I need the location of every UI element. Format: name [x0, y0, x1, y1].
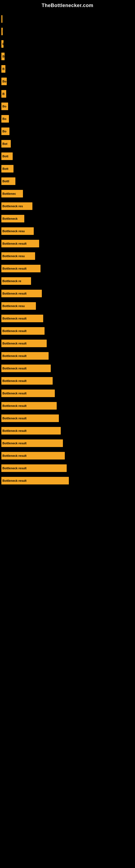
bar-label: Bo [2, 130, 6, 133]
bar-row: B [0, 53, 135, 60]
bar-label: Bottleneck result [2, 342, 27, 345]
bar-label: Bottleneck [2, 217, 17, 220]
bar-label: Bottl [2, 180, 9, 183]
bar-item: Bottleneck res [1, 203, 32, 210]
bar-row: Bo [0, 102, 135, 110]
bar-label: Bo [2, 105, 6, 108]
bar-item: Bottleneck result [1, 452, 65, 460]
bar-label: Bo [2, 80, 6, 83]
bar-row: Bottleneck result [0, 290, 135, 297]
bar-row: Bottleneck result [0, 464, 135, 472]
bar-item: Bottleneck resu [1, 252, 35, 260]
bar-label: Bot [2, 142, 7, 145]
bar-label: B [2, 55, 5, 58]
bar-row: Bottleneck resu [0, 252, 135, 260]
bar-item: Bottleneck result [1, 477, 69, 485]
bar-label: Bottleneck resu [2, 254, 25, 258]
bar-item: Bottleneck result [1, 427, 61, 435]
bar-item: Bot [1, 140, 11, 148]
bar-row: Bottleneck [0, 215, 135, 222]
bar-row: E [0, 40, 135, 48]
bar-item: Bott [1, 165, 13, 173]
bar-row: Bottleneck result [0, 352, 135, 360]
bar-label: Bottleneck result [2, 317, 27, 320]
bar-item: Bottleneck result [1, 265, 41, 272]
bar-row: Bo [0, 78, 135, 85]
bar-label: Bottleneck result [2, 429, 27, 432]
bar-item: Bottleneck result [1, 464, 67, 472]
bar-label: Bottleneck resu [2, 229, 25, 233]
bar-item: Bottleneck result [1, 240, 39, 247]
bar-label: Bottleneck result [2, 292, 27, 295]
bar-row: Bottleneck re [0, 277, 135, 285]
bar-item: Bottlenec [1, 190, 23, 197]
bar-item: E [1, 40, 3, 48]
bar-item: Bottl [1, 177, 15, 185]
bar-label: Bottleneck result [2, 379, 27, 382]
bar-label: Bottleneck result [2, 454, 27, 457]
bar-item: Bottleneck resu [1, 302, 36, 310]
bar-label: Bottleneck result [2, 416, 27, 420]
bar-item: Bottleneck result [1, 315, 43, 322]
bar-row: Bottleneck result [0, 340, 135, 347]
bar-item: B [1, 65, 5, 73]
bar-item: Bottleneck resu [1, 227, 34, 235]
bar-item: | [1, 15, 2, 23]
bar-item: B [1, 90, 6, 98]
bar-label: Bottleneck result [2, 442, 27, 445]
bar-label: Bott [2, 167, 8, 170]
bar-item: Bottleneck [1, 215, 24, 222]
bar-item: Bottleneck result [1, 390, 55, 397]
bar-row: Bo [0, 115, 135, 123]
bar-row: Bottleneck result [0, 365, 135, 372]
bar-row: Bottleneck result [0, 390, 135, 397]
bar-item: Bo [1, 102, 8, 110]
bar-label: Bottleneck result [2, 242, 27, 245]
bar-label: Bo [2, 117, 6, 120]
bar-label: B [2, 92, 5, 95]
bar-label: Bottleneck resu [2, 304, 25, 308]
bar-row: Bottleneck result [0, 327, 135, 335]
bar-label: Bottleneck re [2, 279, 21, 283]
bar-item: Bottleneck result [1, 377, 53, 384]
bar-row: Bottleneck result [0, 477, 135, 485]
bar-row: Bottleneck result [0, 452, 135, 460]
bar-row: Bot [0, 140, 135, 148]
bar-label: Bottleneck result [2, 467, 27, 470]
bar-row: Bottleneck result [0, 439, 135, 447]
bar-row: Bottl [0, 177, 135, 185]
bar-row: B [0, 65, 135, 73]
bar-row: Bottleneck result [0, 315, 135, 322]
bar-row: Bottleneck resu [0, 302, 135, 310]
bar-row: Bottleneck result [0, 377, 135, 384]
bar-label: B [2, 67, 5, 70]
bar-label: Bottlenec [2, 192, 16, 195]
bar-row: Bo [0, 127, 135, 135]
bar-item: Bo [1, 78, 7, 85]
bar-row: Bottleneck result [0, 427, 135, 435]
bar-row: Bottleneck res [0, 203, 135, 210]
bar-row: Bottleneck result [0, 240, 135, 247]
bar-item: Bottleneck result [1, 340, 47, 347]
bar-row: I [0, 28, 135, 35]
bar-label: Bottleneck result [2, 329, 27, 333]
bar-row: Bottleneck resu [0, 227, 135, 235]
bar-label: Bottleneck result [2, 404, 27, 407]
bar-row: B [0, 90, 135, 98]
bar-label: I [2, 30, 3, 33]
bar-row: Bottleneck result [0, 265, 135, 272]
bar-item: Bott [1, 152, 13, 160]
bar-row: Bott [0, 152, 135, 160]
bar-item: Bottleneck result [1, 402, 57, 410]
bar-item: Bottleneck result [1, 439, 63, 447]
bar-label: Bottleneck result [2, 479, 27, 482]
bar-label: Bott [2, 155, 8, 158]
bar-item: B [1, 53, 5, 60]
bar-item: Bo [1, 127, 9, 135]
bar-item: Bo [1, 115, 9, 123]
bar-label: Bottleneck result [2, 367, 27, 370]
bar-item: Bottleneck result [1, 365, 51, 372]
bars-container: |IEBBBoBBoBoBoBotBottBottBottlBottlenecB… [0, 10, 135, 489]
bar-item: I [1, 28, 3, 35]
bar-label: Bottleneck res [2, 205, 23, 208]
